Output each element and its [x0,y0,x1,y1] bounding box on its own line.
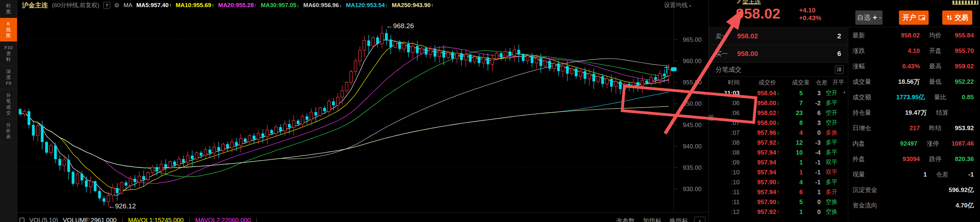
ma-value-ma30: MA30:957.05↓ [261,2,299,9]
chevron-down-icon: ▾ [879,16,881,20]
y-axis-label: 930.00 [683,186,702,192]
y-axis-label: 955.00 [683,79,702,86]
sidebar-tab-kline-chart[interactable]: K线图 [0,18,17,42]
tick-rows: 11:03958.04↓53空开:06958.00↓7-2多平:06958.02… [709,88,848,217]
ma-settings-button[interactable]: 设置均线 ▾ [664,1,691,9]
y-axis-label: 965.00 [683,36,702,43]
tool-换指标[interactable]: 换指标 [670,217,688,222]
trade-arrows-icon [946,14,953,21]
tick-row: :07958.00↓83空开 [709,118,848,128]
y-axis-label: 950.00 [683,100,702,107]
stat-row: 涨跌4.10开盘955.70 [853,43,974,59]
arrow-down-icon: ↓ [776,139,783,146]
plus-icon: + [873,13,877,22]
tick-row: :06958.00↓7-2多平 [709,98,848,108]
tick-row: :12957.92↑10空换 [709,207,848,217]
y-axis-label: 960.00 [683,57,702,64]
arrow-down-icon: ↓ [776,129,783,136]
ma-value-ma10: MA10:955.69↑ [176,2,215,9]
stat-row: 成交量18.56万最低952.22 [853,74,974,89]
indicator-dropdown[interactable]: ∨ [694,217,705,222]
tick-detail-button[interactable]: 详 [835,65,843,74]
arrow-down-icon: ↓ [776,198,783,205]
mavol1-value: MAVOL1:15245.000 [128,217,184,222]
price-change: +4.10 +0.43% [799,6,821,22]
tick-row: :10957.94 1-1双平 [709,167,848,177]
arrow-up-icon: ↑ [776,189,783,195]
tool-改参数[interactable]: 改参数 [616,217,635,222]
vol-indicator-label: VOL(5,10) [29,217,58,222]
y-axis-label: 945.00 [683,122,702,128]
tick-section-title: 分笔成交 [709,65,741,74]
arrow-up-icon: ↑ [776,149,783,156]
arrow-down-icon: ↓ [776,119,783,126]
ma-values-list: MA5:957.40↑MA10:955.69↑MA20:955.28↑MA30:… [137,2,434,9]
stat-row: 现量1仓差-1 [853,166,974,182]
candlestick-chart[interactable]: 965.00960.00955.00950.00945.00940.00935.… [18,0,708,212]
ma-value-ma5: MA5:957.40↑ [137,2,172,9]
stat-row: 成交额1773.95亿量比0.85 [853,89,974,105]
account-card-icon [918,14,925,21]
trade-button[interactable]: 交易 [942,11,972,25]
mavol2-value: MAVOL2:22060.000 [195,217,251,222]
indicator-tools: 改参数加指标换指标 [616,217,688,222]
top-right-link[interactable] [953,1,978,5]
stat-row: 涨幅0.43%最高959.02 [853,59,974,74]
ma-value-ma120: MA120:953.54↑ [346,2,388,9]
tick-trades-section: 分笔成交 详 时间成交价成交量仓差开平 11:03958.04↓53空开:069… [709,63,848,222]
tick-row: :10957.90↓4-1多平 [709,177,848,187]
arrow-down-icon: ↓ [776,90,783,97]
stats-grid: 最新958.02均价955.84涨跌4.10开盘955.70涨幅0.43%最高9… [848,27,980,222]
sidebar-tab-depth-f9[interactable]: 深度F9 [0,65,17,89]
stat-wide-row: 沉淀资金596.92亿 [853,182,974,198]
y-axis-label: 940.00 [683,143,702,150]
stat-row: 日增仓217昨结953.92 [853,120,974,136]
instrument-name: 沪金主连 [22,1,48,10]
stat-row: 持仓量19.47万结算 [853,105,974,120]
stat-wide-row: 资金流向4.70亿 [853,198,974,213]
arrow-up-icon: ↑ [776,208,783,215]
sidebar-tab-time-chart[interactable]: 时图 [0,0,17,18]
help-icon[interactable]: ? [103,2,110,9]
bid-ask-box: 卖一958.022买一958.006 [709,27,848,63]
chart-period-label: (60分钟线,前复权) [52,1,99,9]
chart-header: 沪金主连 (60分钟线,前复权) ? ⚙ MA MA5:957.40↑MA10:… [18,0,708,11]
futures-trading-app: 时图K线图F10资料深度F9分笔成交分价表 沪金主连 (60分钟线,前复权) ?… [0,0,980,222]
stat-row: 最新958.02均价955.84 [853,27,974,43]
bidask-row: 卖一958.022 [709,27,848,45]
tick-row: :06958.02↑236空开 [709,108,848,118]
panel-splitter-handle[interactable]: ∷ [709,115,714,121]
sidebar-tab-f10-info[interactable]: F10资料 [0,42,17,65]
tool-加指标[interactable]: 加指标 [643,217,661,222]
left-sidebar: 时图K线图F10资料深度F9分笔成交分价表 [0,0,18,222]
tick-row: :11957.94↑61多开 [709,187,848,197]
sidebar-tab-tick-trades[interactable]: 分笔成交 [0,89,17,119]
indicator-icon[interactable] [19,218,24,222]
volume-value: VOLUME:2961.000 [63,217,116,222]
tick-row: :11957.90↓50空换 [709,197,848,207]
tick-row: :07957.96↓40多换 [709,128,848,138]
bidask-row: 买一958.006 [709,45,848,63]
ma-value-ma250: MA250:943.90↑ [391,2,433,9]
tick-row: :08957.92↓12-3多平 [709,138,848,147]
last-price: 958.02 [736,5,781,22]
sidebar-tab-price-table[interactable]: 分价表 [0,119,17,143]
add-watchlist-button[interactable]: 自选 + ▾ [855,11,883,25]
arrow-down-icon: ↓ [776,179,783,186]
ma-line-ma250 [20,106,669,168]
scroll-up-icon[interactable]: ▲ [843,90,846,94]
arrow-down-icon: ↓ [776,100,783,106]
gear-icon[interactable]: ⚙ [114,2,119,9]
open-account-button[interactable]: 开户 [899,11,929,25]
stat-row: 内盘92497涨停1087.46 [853,136,974,151]
stat-row: 外盘93094跌停820.36 [853,151,974,166]
tick-row: 11:03958.04↓53空开 [709,88,848,98]
chart-low-label: ←926.12 [108,202,136,210]
ma-line-ma5 [20,40,669,195]
chart-high-label: ←968.26 [387,22,414,30]
quote-panel: ⁄⁄金主连 958.02 +4.10 +0.43% 自选 + ▾ 开户 [708,0,980,222]
ma-value-ma60: MA60:956.96↓ [304,2,342,9]
quote-panel-top: ⁄⁄金主连 958.02 +4.10 +0.43% 自选 + ▾ 开户 [709,0,980,27]
ma-group-label: MA [123,2,132,9]
chevron-down-icon: ▾ [689,4,691,8]
